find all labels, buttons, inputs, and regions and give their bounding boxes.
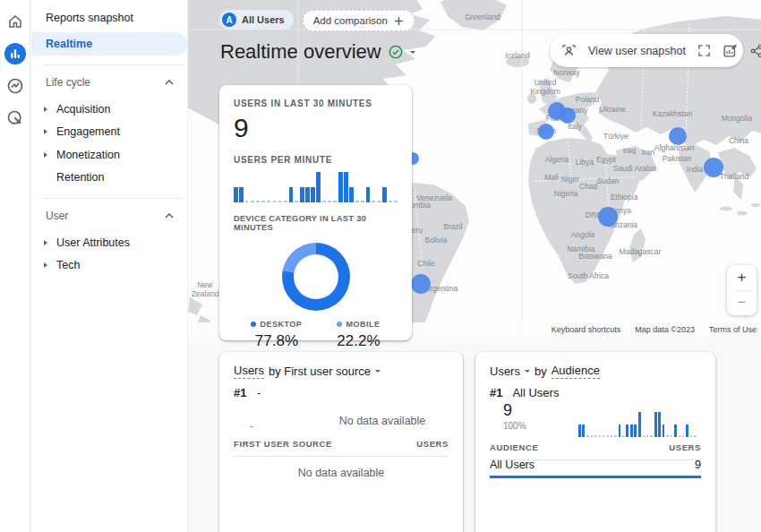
source-dimension-caret-icon[interactable] xyxy=(375,370,380,373)
view-user-snapshot-label[interactable]: View user snapshot xyxy=(588,45,686,57)
add-comparison-button[interactable]: Add comparison xyxy=(303,10,415,31)
map-label-poland: Poland xyxy=(576,95,599,104)
minute-bar xyxy=(289,172,294,202)
map-label-angola: Angola xyxy=(571,230,594,239)
active-users-dot xyxy=(669,127,687,145)
comparison-chip-row: A All Users Add comparison xyxy=(219,10,415,31)
map-label-india: India xyxy=(687,165,703,174)
nav-reports-button[interactable] xyxy=(4,43,26,64)
map-label-madagascar: Madagascar xyxy=(620,247,662,256)
active-users-dot xyxy=(560,107,576,124)
minute-bar xyxy=(349,172,354,202)
minute-bar xyxy=(322,172,327,202)
advertising-cursor-icon xyxy=(6,109,24,127)
map-label-iceland: Iceland xyxy=(505,51,529,60)
keyboard-shortcuts-link[interactable]: Keyboard shortcuts xyxy=(552,325,621,334)
sidebar-section-user[interactable]: User xyxy=(31,201,187,231)
minute-bar xyxy=(598,412,601,437)
minute-bar xyxy=(603,412,605,437)
sidebar-item-engagement[interactable]: Engagement xyxy=(31,121,187,144)
all-users-comparison-chip[interactable]: A All Users xyxy=(219,10,294,30)
source-rank-row: #1 - xyxy=(234,386,261,399)
audience-card: Users by Audience #1 All Users 9 100% AU… xyxy=(475,352,715,532)
minute-bar xyxy=(283,172,287,202)
add-comparison-label: Add comparison xyxy=(313,15,388,26)
minute-bar xyxy=(355,172,359,202)
mobile-bullet-icon xyxy=(337,322,342,327)
map-zoom-in-button[interactable]: + xyxy=(727,265,757,290)
fullscreen-icon[interactable] xyxy=(697,44,711,57)
chevron-up-icon xyxy=(165,213,174,219)
minute-bar xyxy=(394,172,398,202)
active-users-dot xyxy=(598,207,618,227)
page-title: Realtime overview xyxy=(220,40,381,64)
nav-explore-button[interactable] xyxy=(4,75,26,97)
sidebar-item-label: Retention xyxy=(56,171,105,184)
mobile-percent: 22.2% xyxy=(337,332,380,350)
sidebar-item-tech[interactable]: Tech xyxy=(31,254,187,278)
mobile-label: MOBILE xyxy=(346,320,380,329)
legend-item-mobile: MOBILE 22.2% xyxy=(337,320,380,350)
minute-bar xyxy=(295,172,299,202)
map-label-ethiopia: Ethiopia xyxy=(611,193,638,202)
nav-advertising-button[interactable] xyxy=(4,107,26,129)
sidebar-item-reports-snapshot[interactable]: Reports snapshot xyxy=(31,0,187,24)
audience-metric-caret-icon[interactable] xyxy=(525,370,530,373)
terms-of-use-link[interactable]: Terms of Use xyxy=(709,325,757,334)
sidebar-item-acquisition[interactable]: Acquisition xyxy=(31,98,187,121)
map-label-sudan: Sudan xyxy=(597,176,620,185)
map-label-greenland: Greenland xyxy=(465,13,500,21)
minute-bar xyxy=(244,172,249,202)
source-rank-value: - xyxy=(257,386,261,399)
active-users-dot xyxy=(411,274,431,294)
minute-bar xyxy=(582,412,585,437)
sidebar-item-retention[interactable]: Retention xyxy=(31,167,187,190)
minute-bar xyxy=(305,172,310,202)
minute-bar xyxy=(622,412,625,437)
active-users-dot xyxy=(538,124,554,140)
audience-col-metric: USERS xyxy=(669,442,701,452)
nav-home-button[interactable] xyxy=(4,11,26,32)
data-status-check-icon[interactable] xyxy=(389,45,403,59)
share-icon[interactable] xyxy=(749,44,761,58)
map-label-new-zealand: New Zealand xyxy=(192,280,219,298)
device-legend: DESKTOP 77.8% MOBILE 22.2% xyxy=(234,320,398,350)
expand-arrow-icon xyxy=(44,152,47,158)
source-metric-selector[interactable]: Users xyxy=(234,364,264,379)
sidebar-item-realtime-active[interactable]: Realtime xyxy=(31,32,187,56)
minute-bar xyxy=(670,412,672,437)
map-label-egypt: Egypt xyxy=(596,155,616,164)
bar-chart-icon xyxy=(9,47,21,60)
insights-icon[interactable] xyxy=(723,43,738,58)
minute-bar xyxy=(678,412,680,437)
minute-bar xyxy=(578,412,581,437)
minute-bar xyxy=(650,412,653,437)
sidebar-divider xyxy=(42,198,184,199)
audience-rank-row: #1 All Users xyxy=(490,386,559,399)
audience-percent: 100% xyxy=(503,421,526,431)
audience-dimension-selector[interactable]: Audience xyxy=(552,364,600,379)
expand-arrow-icon xyxy=(44,240,47,245)
map-label-chile: Chile xyxy=(417,259,434,268)
user-snapshot-icon[interactable] xyxy=(561,43,577,58)
minute-bar xyxy=(611,412,613,437)
desktop-label: DESKTOP xyxy=(260,320,302,329)
reports-sidebar: Reports snapshot Realtime Life cycleAcqu… xyxy=(31,0,188,532)
minute-bar xyxy=(388,172,392,202)
expand-arrow-icon xyxy=(44,129,47,134)
map-zoom-out-button[interactable]: − xyxy=(727,291,757,316)
map-label-thailand: Thailand xyxy=(720,172,749,181)
minute-bar xyxy=(239,172,244,202)
title-dropdown-caret-icon[interactable] xyxy=(410,51,415,54)
sidebar-item-user-attributes[interactable]: User Attributes xyxy=(31,231,187,254)
minute-bar xyxy=(630,412,633,437)
sidebar-section-life-cycle[interactable]: Life cycle xyxy=(31,67,187,98)
first-user-source-card: Users by First user source #1 - - No dat… xyxy=(219,352,463,532)
sidebar-section-label: Life cycle xyxy=(46,76,90,89)
minute-bar xyxy=(614,412,617,437)
minute-bar xyxy=(278,172,282,202)
minute-bar xyxy=(333,172,338,202)
audience-col-dimension: AUDIENCE xyxy=(490,442,538,452)
sidebar-item-monetization[interactable]: Monetization xyxy=(31,143,187,167)
explore-icon xyxy=(6,77,24,95)
